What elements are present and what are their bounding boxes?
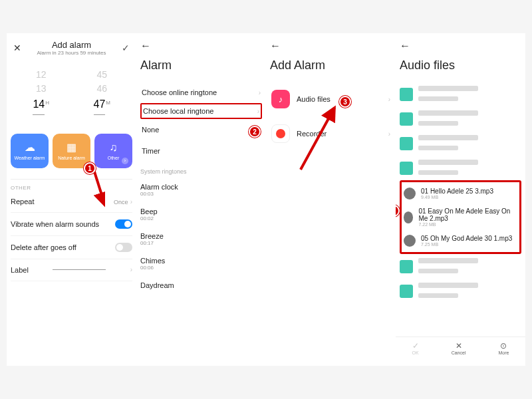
card-weather-alarm[interactable]: ☁ Weather alarm bbox=[11, 134, 49, 168]
chevron-right-icon: › bbox=[122, 158, 128, 164]
minute-selected[interactable]: 47 bbox=[94, 96, 106, 115]
record-icon bbox=[271, 124, 290, 143]
row-vibrate[interactable]: Vibrate when alarm sounds bbox=[11, 213, 132, 236]
row-audio-files[interactable]: ♪ Audio files › bbox=[270, 82, 392, 116]
row-recorder[interactable]: Recorder › bbox=[270, 116, 392, 151]
audio-track[interactable]: 01 Hello Adele 25 3.mp39.49 MB bbox=[402, 184, 519, 203]
hour-selected[interactable]: 14 bbox=[33, 96, 45, 115]
list-item[interactable] bbox=[400, 254, 521, 279]
album-art bbox=[404, 211, 413, 223]
back-icon[interactable]: ← bbox=[140, 40, 151, 51]
card-nature-alarm[interactable]: ▦ Nature alarm bbox=[53, 134, 90, 168]
toggle-delete-after[interactable] bbox=[115, 243, 132, 252]
card-other[interactable]: ♫ Other › bbox=[94, 134, 132, 168]
pane-add-alarm: ✕ Add alarm Alarm in 23 hours 59 minutes… bbox=[7, 33, 136, 366]
grid-icon: ▦ bbox=[66, 141, 76, 154]
row-timer[interactable]: Timer bbox=[140, 140, 262, 162]
audio-track[interactable]: 01 Easy On Me Adele Easy On Me 2.mp37.22… bbox=[402, 203, 519, 231]
page-title: Add Alarm bbox=[270, 59, 392, 72]
ok-button[interactable]: ✓OK bbox=[412, 341, 419, 355]
pane-alarm-ringtone: ← Alarm Choose online ringtone › Choose … bbox=[136, 33, 266, 366]
chevron-right-icon: › bbox=[388, 130, 390, 138]
section-system-ringtones: System ringtones bbox=[140, 168, 262, 175]
label-input[interactable] bbox=[53, 269, 106, 270]
back-icon[interactable]: ← bbox=[400, 40, 410, 51]
footer-actions: ✓OK ✕Cancel ⊙More bbox=[396, 336, 525, 359]
toggle-vibrate[interactable] bbox=[115, 219, 132, 229]
album-art bbox=[404, 188, 416, 200]
pane-audio-files: ← Audio files 01 Hello Adele 25 3.mp39.4… bbox=[396, 33, 525, 366]
row-none[interactable]: None bbox=[140, 119, 262, 140]
annotation-badge-3: 3 bbox=[339, 96, 351, 108]
ringtone-item[interactable]: Alarm clock00:03 bbox=[140, 178, 262, 202]
confirm-icon[interactable]: ✓ bbox=[122, 43, 130, 53]
ringtone-item[interactable]: Daydream bbox=[140, 276, 262, 295]
cloud-icon: ☁ bbox=[25, 141, 35, 154]
back-icon[interactable]: ← bbox=[270, 40, 281, 51]
highlighted-tracks: 01 Hello Adele 25 3.mp39.49 MB01 Easy On… bbox=[400, 180, 521, 254]
list-item[interactable] bbox=[400, 82, 521, 106]
ringtone-item[interactable]: Chimes00:06 bbox=[140, 251, 262, 276]
annotation-badge-2: 2 bbox=[249, 126, 261, 138]
row-repeat[interactable]: Repeat Once › bbox=[11, 191, 132, 213]
music-note-icon: ♪ bbox=[271, 90, 290, 108]
audio-track[interactable]: 05 Oh My God Adele 30 1.mp37.25 MB bbox=[402, 231, 519, 251]
list-item[interactable] bbox=[400, 106, 521, 131]
row-delete-after[interactable]: Delete after goes off bbox=[11, 236, 132, 259]
music-icon: ♫ bbox=[110, 142, 118, 154]
more-button[interactable]: ⊙More bbox=[499, 341, 509, 355]
ringtone-item[interactable]: Beep00:02 bbox=[140, 202, 262, 227]
album-art bbox=[404, 235, 416, 247]
annotation-badge-1: 1 bbox=[84, 162, 96, 174]
row-label[interactable]: Label › bbox=[11, 259, 132, 281]
list-item[interactable] bbox=[400, 156, 521, 180]
chevron-right-icon: › bbox=[130, 198, 132, 205]
chevron-right-icon: › bbox=[130, 266, 132, 273]
row-choose-online[interactable]: Choose online ringtone › bbox=[140, 82, 262, 103]
chevron-right-icon: › bbox=[388, 96, 390, 103]
page-title: Add alarm bbox=[37, 40, 106, 50]
section-other-label: OTHER bbox=[11, 185, 132, 191]
time-picker[interactable]: 12 13 14H 45 46 47M bbox=[11, 68, 132, 115]
pane-add-alarm-source: ← Add Alarm ♪ Audio files › Recorder › 3 bbox=[266, 33, 396, 366]
page-title: Alarm bbox=[140, 59, 262, 72]
chevron-right-icon: › bbox=[259, 89, 261, 96]
close-icon[interactable]: ✕ bbox=[13, 43, 21, 53]
ringtone-item[interactable]: Breeze00:17 bbox=[140, 227, 262, 251]
cancel-button[interactable]: ✕Cancel bbox=[452, 341, 466, 355]
list-item[interactable] bbox=[400, 131, 521, 156]
row-choose-local[interactable]: Choose local ringtone › bbox=[140, 103, 262, 119]
alarm-subtitle: Alarm in 23 hours 59 minutes bbox=[37, 50, 106, 56]
list-item[interactable] bbox=[400, 279, 521, 303]
chevron-right-icon: › bbox=[257, 108, 259, 115]
page-title: Audio files bbox=[400, 59, 521, 72]
